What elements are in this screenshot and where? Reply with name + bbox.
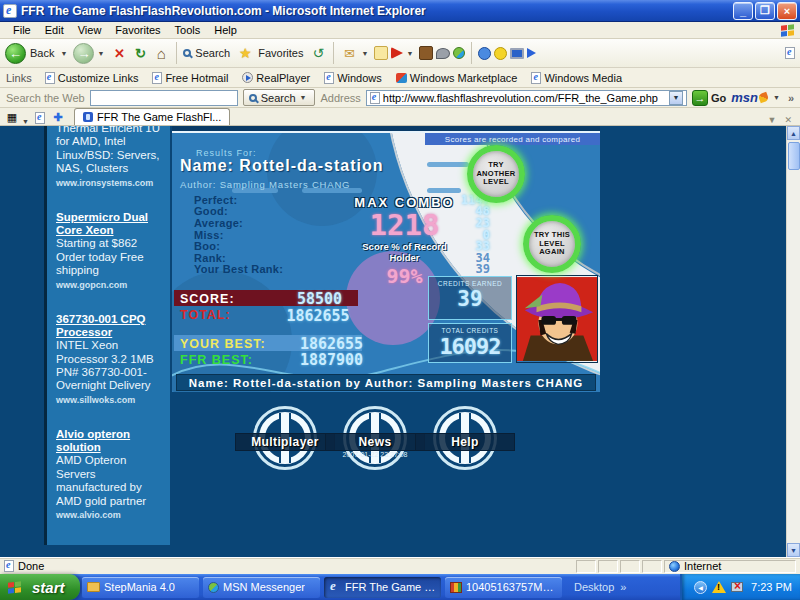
status-pane <box>642 560 662 573</box>
msn-yellow-icon[interactable] <box>494 47 507 60</box>
search-icon[interactable] <box>183 49 191 57</box>
link-free-hotmail[interactable]: Free Hotmail <box>147 72 233 84</box>
address-input[interactable]: http://www.flashflashrevolution.com/FFR_… <box>366 90 687 106</box>
try-this-level-again-button[interactable]: TRY THIS LEVEL AGAIN <box>523 215 581 273</box>
ad-title-link[interactable]: Supermicro Servers <box>56 543 164 545</box>
task-stepmania[interactable]: StepMania 4.0 <box>82 577 199 598</box>
ad-title-link[interactable]: 367730-001 CPQ Processor <box>56 313 164 339</box>
ffr-best-label: FFR BEST: <box>180 353 253 367</box>
menu-favorites[interactable]: Favorites <box>108 24 167 36</box>
realplayer-dropdown-icon[interactable]: ▼ <box>406 50 413 57</box>
multiplayer-label: Multiplayer <box>235 433 335 451</box>
research-icon[interactable] <box>419 46 433 60</box>
realplayer-icon[interactable] <box>391 47 403 59</box>
ad-title-link[interactable]: Supermicro Dual Core Xeon <box>56 211 164 237</box>
home-icon[interactable]: ⌂ <box>152 44 170 62</box>
back-icon[interactable]: ← <box>5 43 26 64</box>
desktop-toolbar[interactable]: Desktop » <box>574 581 626 593</box>
score-value: 58500 <box>272 290 367 308</box>
tab-close-icon[interactable]: ✕ <box>780 115 796 125</box>
quick-tabs-dropdown-icon[interactable]: ▼ <box>22 118 29 125</box>
ffr-favicon <box>83 112 93 122</box>
start-button[interactable]: start <box>0 574 80 600</box>
forward-icon[interactable]: → <box>73 43 94 64</box>
scroll-down-icon[interactable]: ▼ <box>787 543 800 557</box>
search-dropdown-icon[interactable]: ▼ <box>300 94 307 101</box>
marketplace-icon <box>396 73 407 83</box>
ie-page-icon <box>531 72 541 84</box>
back-label[interactable]: Back <box>30 47 54 59</box>
media-monitor-icon[interactable] <box>510 48 524 59</box>
msn-blue-icon[interactable] <box>478 47 491 60</box>
favorites-icon[interactable]: ★ <box>236 44 254 62</box>
new-tab-icon[interactable]: ✚ <box>50 110 66 125</box>
clock[interactable]: 7:23 PM <box>751 581 792 593</box>
menu-view[interactable]: View <box>71 24 109 36</box>
warning-tray-icon[interactable] <box>712 581 726 593</box>
menu-edit[interactable]: Edit <box>38 24 71 36</box>
link-windows-media[interactable]: Windows Media <box>526 72 627 84</box>
tab-list-dropdown-icon[interactable]: ▼ <box>764 115 781 125</box>
close-button[interactable]: × <box>777 2 797 20</box>
scroll-thumb[interactable] <box>788 142 800 170</box>
hide-icons-chevron[interactable]: ◀ <box>694 581 707 594</box>
link-customize-links[interactable]: Customize Links <box>40 72 144 84</box>
media-play-icon[interactable] <box>527 48 536 58</box>
search-label[interactable]: Search <box>195 47 230 59</box>
history-icon[interactable]: ↺ <box>309 44 327 62</box>
scroll-up-icon[interactable]: ▲ <box>787 126 800 140</box>
discuss-icon[interactable] <box>436 48 450 59</box>
refresh-icon[interactable]: ↻ <box>131 44 149 62</box>
messenger-icon[interactable] <box>453 47 465 59</box>
try-another-level-button[interactable]: TRY ANOTHER LEVEL <box>467 145 525 203</box>
favorites-label[interactable]: Favorites <box>258 47 303 59</box>
edit-notes-icon[interactable] <box>374 46 388 60</box>
task-magna-archive[interactable]: 10405163757MagnaT... <box>445 577 562 598</box>
link-windows-marketplace[interactable]: Windows Marketplace <box>391 72 523 84</box>
ad-url[interactable]: www.ironsystems.com <box>56 178 164 188</box>
page-refresh-icon[interactable] <box>32 110 48 125</box>
msn-dropdown-icon[interactable]: ▼ <box>773 94 780 101</box>
link-label: Windows <box>337 72 382 84</box>
menu-file[interactable]: File <box>6 24 38 36</box>
ad-title-link[interactable]: Alvio opteron solution <box>56 428 164 454</box>
msn-toolbar-logo[interactable]: msn <box>731 90 768 105</box>
ad-url[interactable]: www.alvio.com <box>56 510 164 520</box>
ad-url[interactable]: www.sillwoks.com <box>56 395 164 405</box>
news-button[interactable]: News 2007-01-22 23:27:08 <box>343 406 407 470</box>
menu-tools[interactable]: Tools <box>168 24 208 36</box>
address-bar-row: Search the Web Search ▼ Address http://w… <box>0 88 800 108</box>
ad-url[interactable]: www.gopcn.com <box>56 280 164 290</box>
help-button[interactable]: Help <box>433 406 497 470</box>
address-dropdown-icon[interactable]: ▼ <box>669 91 683 105</box>
go-arrow-icon: → <box>692 90 708 106</box>
search-web-input[interactable] <box>90 90 238 106</box>
search-web-button[interactable]: Search ▼ <box>243 89 316 106</box>
disconnected-tray-icon[interactable] <box>731 582 743 592</box>
desktop-chevron-icon[interactable]: » <box>620 581 626 593</box>
ads-sidebar: Thermal Efficient 1U for AMD, Intel Linu… <box>47 126 170 545</box>
standard-toolbar: ← Back ▼ → ▼ ✕ ↻ ⌂ Search ★ Favorites ↺ … <box>0 39 800 68</box>
stop-icon[interactable]: ✕ <box>110 44 128 62</box>
link-windows[interactable]: Windows <box>319 72 387 84</box>
mail-icon[interactable]: ✉ <box>340 44 358 62</box>
total-label: TOTAL: <box>180 308 231 322</box>
maximize-button[interactable]: ❐ <box>755 2 775 20</box>
mail-dropdown-icon[interactable]: ▼ <box>361 50 368 57</box>
task-msn-messenger[interactable]: MSN Messenger <box>203 577 320 598</box>
tab-ffr-game[interactable]: FFR The Game FlashFl... <box>74 108 231 125</box>
ie-page-icon <box>45 72 55 84</box>
task-ffr-game[interactable]: FFR The Game FlashF... <box>324 577 441 598</box>
go-button[interactable]: → Go <box>692 90 726 106</box>
menu-help[interactable]: Help <box>207 24 244 36</box>
minimize-button[interactable]: _ <box>733 2 753 20</box>
link-realplayer[interactable]: RealPlayer <box>237 72 315 84</box>
quick-tabs-icon[interactable]: ▦ <box>4 110 20 125</box>
vertical-scrollbar[interactable]: ▲ ▼ <box>786 126 800 557</box>
toolbar-overflow-chevron[interactable]: » <box>788 92 794 104</box>
internet-globe-icon <box>669 561 680 572</box>
back-dropdown-icon[interactable]: ▼ <box>60 50 67 57</box>
forward-dropdown-icon[interactable]: ▼ <box>97 50 104 57</box>
multiplayer-button[interactable]: Multiplayer <box>253 406 317 470</box>
windows-taskbar: start StepMania 4.0 MSN Messenger FFR Th… <box>0 574 800 600</box>
